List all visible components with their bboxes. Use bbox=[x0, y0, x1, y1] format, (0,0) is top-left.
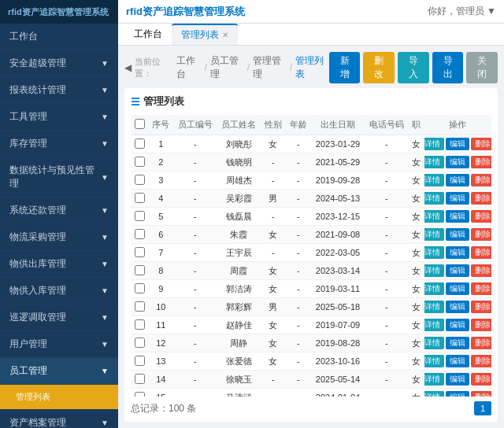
edit-row-button[interactable]: 编辑 bbox=[446, 192, 469, 205]
edit-row-button[interactable]: 编辑 bbox=[446, 319, 469, 331]
edit-row-button[interactable]: 编辑 bbox=[446, 156, 469, 168]
sidebar-item-users[interactable]: 用户管理 ▼ bbox=[0, 331, 118, 358]
import-button[interactable]: 导入 bbox=[398, 52, 429, 83]
sidebar-item-logistics[interactable]: 物流采购管理 ▼ bbox=[0, 224, 118, 251]
col-actions: 操作 bbox=[424, 115, 491, 135]
edit-row-button[interactable]: 编辑 bbox=[446, 228, 469, 241]
view-button[interactable]: 详情 bbox=[424, 246, 445, 259]
view-button[interactable]: 详情 bbox=[424, 174, 445, 186]
sidebar-item-inbound[interactable]: 物供入库管理 ▼ bbox=[0, 278, 118, 304]
sidebar-item-outbound[interactable]: 物供出库管理 ▼ bbox=[0, 251, 118, 278]
view-button[interactable]: 详情 bbox=[424, 282, 445, 295]
page-1-button[interactable]: 1 bbox=[474, 401, 491, 415]
delete-button[interactable]: 删除 bbox=[471, 174, 491, 186]
row-checkbox[interactable] bbox=[131, 172, 148, 190]
delete-button[interactable]: 删除 bbox=[471, 264, 491, 277]
pagination: 1 bbox=[474, 401, 491, 415]
row-checkbox[interactable] bbox=[131, 135, 148, 153]
breadcrumb-item-1[interactable]: 员工管理 bbox=[210, 54, 244, 81]
edit-row-button[interactable]: 编辑 bbox=[446, 337, 469, 349]
view-button[interactable]: 详情 bbox=[424, 210, 445, 223]
delete-button[interactable]: 删除 bbox=[471, 228, 491, 241]
delete-button[interactable]: 删除 bbox=[471, 319, 491, 331]
row-checkbox[interactable] bbox=[131, 208, 148, 226]
sidebar-item-inventory[interactable]: 库存管理 ▼ bbox=[0, 131, 118, 157]
delete-button[interactable]: 删除 bbox=[471, 355, 491, 367]
edit-button[interactable]: 删改 bbox=[363, 52, 395, 83]
row-checkbox[interactable] bbox=[131, 262, 148, 280]
row-checkbox[interactable] bbox=[131, 190, 148, 208]
delete-button[interactable]: 删除 bbox=[471, 373, 491, 386]
delete-button[interactable]: 删除 bbox=[471, 301, 491, 313]
row-checkbox[interactable] bbox=[131, 352, 148, 371]
tab-close-icon[interactable]: ✕ bbox=[222, 31, 228, 39]
row-birth: 2019-08-28 bbox=[311, 334, 365, 352]
sidebar-item-tools[interactable]: 工具管理 ▼ bbox=[0, 104, 118, 131]
sidebar-item-asset-archive[interactable]: 资产档案管理 ▼ bbox=[0, 410, 118, 428]
row-checkbox[interactable] bbox=[131, 389, 148, 397]
edit-row-button[interactable]: 编辑 bbox=[446, 282, 469, 295]
edit-row-button[interactable]: 编辑 bbox=[446, 355, 469, 367]
sidebar-item-system[interactable]: 系统还款管理 ▼ bbox=[0, 197, 118, 224]
delete-button[interactable]: 删除 bbox=[471, 391, 491, 397]
row-name: 郭洁涛 bbox=[217, 280, 261, 298]
row-id: - bbox=[173, 190, 217, 208]
sidebar-item-data-stats[interactable]: 数据统计与预见性管理 ▼ bbox=[0, 157, 118, 197]
chevron-down-icon: ▼ bbox=[101, 313, 109, 322]
sidebar-item-patrol[interactable]: 巡逻调取管理 ▼ bbox=[0, 304, 118, 331]
view-button[interactable]: 详情 bbox=[424, 301, 445, 313]
view-button[interactable]: 详情 bbox=[424, 355, 445, 367]
view-button[interactable]: 详情 bbox=[424, 373, 445, 386]
edit-row-button[interactable]: 编辑 bbox=[446, 246, 469, 259]
edit-row-button[interactable]: 编辑 bbox=[446, 373, 469, 386]
breadcrumb-sep-0: / bbox=[205, 62, 207, 73]
view-button[interactable]: 详情 bbox=[424, 319, 445, 331]
edit-row-button[interactable]: 编辑 bbox=[446, 264, 469, 277]
view-button[interactable]: 详情 bbox=[424, 192, 445, 205]
edit-row-button[interactable]: 编辑 bbox=[446, 138, 469, 150]
edit-row-button[interactable]: 编辑 bbox=[446, 210, 469, 223]
tab-workbench[interactable]: 工作台 bbox=[124, 24, 172, 44]
table-card: 管理列表 序号 员工编号 员工姓名 性别 年龄 出生日期 电话号码 bbox=[124, 88, 498, 422]
row-checkbox[interactable] bbox=[131, 371, 148, 389]
sidebar-item-employees[interactable]: 员工管理 ▼ bbox=[0, 358, 118, 385]
row-checkbox[interactable] bbox=[131, 244, 148, 262]
delete-button[interactable]: 删除 bbox=[471, 246, 491, 259]
view-button[interactable]: 详情 bbox=[424, 228, 445, 241]
view-button[interactable]: 详情 bbox=[424, 264, 445, 277]
tab-manage-list[interactable]: 管理列表 ✕ bbox=[172, 24, 238, 45]
edit-row-button[interactable]: 编辑 bbox=[446, 301, 469, 313]
row-checkbox[interactable] bbox=[131, 334, 148, 352]
sidebar-item-report[interactable]: 报表统计管理 ▼ bbox=[0, 77, 118, 104]
sidebar-item-workbench[interactable]: 工作台 bbox=[0, 24, 118, 50]
delete-button[interactable]: 删除 bbox=[471, 192, 491, 205]
row-checkbox[interactable] bbox=[131, 316, 148, 334]
user-info[interactable]: 你好，管理员 ▼ bbox=[428, 5, 496, 18]
breadcrumb-item-0[interactable]: 工作台 bbox=[176, 54, 202, 81]
row-role: 女 bbox=[409, 334, 424, 352]
row-name: 周霞 bbox=[217, 262, 261, 280]
add-button[interactable]: 新增 bbox=[329, 52, 361, 83]
row-checkbox[interactable] bbox=[131, 280, 148, 298]
row-checkbox[interactable] bbox=[131, 298, 148, 316]
view-button[interactable]: 详情 bbox=[424, 391, 445, 397]
view-button[interactable]: 详情 bbox=[424, 156, 445, 168]
sidebar-item-manage-list[interactable]: 管理列表 bbox=[0, 385, 118, 410]
edit-row-button[interactable]: 编辑 bbox=[446, 174, 469, 186]
export-button[interactable]: 导出 bbox=[432, 52, 464, 83]
delete-button[interactable]: 删除 bbox=[471, 156, 491, 168]
select-all-checkbox[interactable] bbox=[135, 119, 145, 129]
breadcrumb-item-2[interactable]: 管理管理 bbox=[253, 54, 287, 81]
row-birth: 2023-12-15 bbox=[311, 208, 365, 226]
edit-row-button[interactable]: 编辑 bbox=[446, 391, 469, 397]
sidebar-item-security[interactable]: 安全超级管理 ▼ bbox=[0, 50, 118, 77]
row-checkbox[interactable] bbox=[131, 153, 148, 172]
delete-button[interactable]: 删除 bbox=[471, 337, 491, 349]
delete-button[interactable]: 删除 bbox=[471, 282, 491, 295]
view-button[interactable]: 详情 bbox=[424, 337, 445, 349]
close-button[interactable]: 关闭 bbox=[466, 52, 498, 83]
delete-button[interactable]: 删除 bbox=[471, 210, 491, 223]
delete-button[interactable]: 删除 bbox=[471, 138, 491, 150]
view-button[interactable]: 详情 bbox=[424, 138, 445, 150]
row-checkbox[interactable] bbox=[131, 226, 148, 244]
